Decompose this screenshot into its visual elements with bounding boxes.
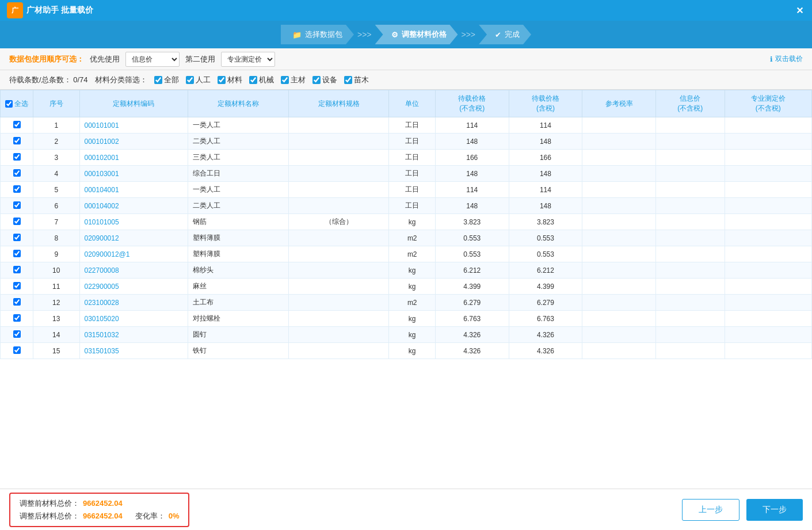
row-checkbox[interactable] bbox=[13, 282, 21, 289]
row-checkbox[interactable] bbox=[13, 121, 21, 128]
table-row[interactable]: 14 031501032 圆钉 kg 4.326 4.326 bbox=[1, 327, 812, 343]
row-price-notax: 4.399 bbox=[435, 279, 509, 295]
row-checkbox[interactable] bbox=[13, 169, 21, 177]
table-row[interactable]: 13 030105020 对拉螺栓 kg 6.763 6.763 bbox=[1, 311, 812, 327]
table-row[interactable]: 3 000102001 三类人工 工日 166 166 bbox=[1, 150, 812, 166]
wizard-step-adjust-price[interactable]: ⚙ 调整材料价格 bbox=[375, 25, 458, 44]
row-checkbox-cell[interactable] bbox=[1, 311, 33, 327]
logo-icon: 广 bbox=[7, 2, 23, 18]
row-unit: kg bbox=[389, 279, 436, 295]
after-label: 调整后材料总价： bbox=[20, 511, 79, 521]
row-checkbox-cell[interactable] bbox=[1, 295, 33, 311]
row-checkbox[interactable] bbox=[13, 218, 21, 225]
table-row[interactable]: 7 010101005 钢筋 （综合） kg 3.823 3.823 bbox=[1, 214, 812, 230]
row-checkbox-cell[interactable] bbox=[1, 134, 33, 150]
wizard-step-complete[interactable]: ✔ 完成 bbox=[479, 25, 531, 44]
row-checkbox[interactable] bbox=[13, 346, 21, 354]
row-tax-rate bbox=[582, 311, 656, 327]
filter-material-checkbox[interactable] bbox=[218, 76, 226, 84]
table-row[interactable]: 2 000101002 二类人工 工日 148 148 bbox=[1, 134, 812, 150]
row-checkbox-cell[interactable] bbox=[1, 117, 33, 134]
row-checkbox-cell[interactable] bbox=[1, 262, 33, 279]
change-label: 变化率： bbox=[135, 511, 165, 521]
row-pro-notax bbox=[725, 246, 811, 262]
filter-material[interactable]: 材料 bbox=[218, 75, 242, 85]
filter-machine-label: 机械 bbox=[259, 75, 274, 85]
row-checkbox[interactable] bbox=[13, 185, 21, 193]
filter-labor[interactable]: 人工 bbox=[186, 75, 211, 85]
prev-button[interactable]: 上一步 bbox=[682, 499, 739, 521]
header-price-tax: 待载价格(含税) bbox=[509, 90, 582, 117]
table-row[interactable]: 6 000104002 二类人工 工日 148 148 bbox=[1, 198, 812, 214]
row-pro-notax bbox=[725, 327, 811, 343]
header-code: 定额材料编码 bbox=[79, 90, 188, 117]
row-price-notax: 114 bbox=[435, 117, 509, 134]
row-checkbox[interactable] bbox=[13, 314, 21, 322]
count-display: 待载条数/总条数： 0/74 bbox=[9, 75, 88, 85]
next-button[interactable]: 下一步 bbox=[746, 499, 803, 521]
row-checkbox-cell[interactable] bbox=[1, 327, 33, 343]
info-icon: ℹ bbox=[770, 55, 773, 63]
row-seq: 2 bbox=[33, 134, 80, 150]
row-name: 二类人工 bbox=[188, 198, 288, 214]
row-checkbox-cell[interactable] bbox=[1, 150, 33, 166]
row-checkbox-cell[interactable] bbox=[1, 182, 33, 198]
select-all-checkbox[interactable] bbox=[5, 100, 13, 108]
header-name: 定额材料名称 bbox=[188, 90, 288, 117]
row-checkbox-cell[interactable] bbox=[1, 343, 33, 359]
table-row[interactable]: 15 031501035 铁钉 kg 4.326 4.326 bbox=[1, 343, 812, 359]
row-checkbox-cell[interactable] bbox=[1, 230, 33, 246]
row-checkbox[interactable] bbox=[13, 137, 21, 144]
table-row[interactable]: 4 000103001 综合工日 工日 148 148 bbox=[1, 166, 812, 182]
row-name: 圆钉 bbox=[188, 327, 288, 343]
table-row[interactable]: 5 000104001 一类人工 工日 114 114 bbox=[1, 182, 812, 198]
row-tax-rate bbox=[582, 214, 656, 230]
filter-all[interactable]: 全部 bbox=[154, 75, 179, 85]
row-unit: kg bbox=[389, 327, 436, 343]
row-spec bbox=[288, 150, 389, 166]
row-checkbox[interactable] bbox=[13, 266, 21, 273]
filter-all-checkbox[interactable] bbox=[154, 76, 162, 84]
row-info-notax bbox=[655, 262, 725, 279]
table-row[interactable]: 10 022700008 棉纱头 kg 6.212 6.212 bbox=[1, 262, 812, 279]
row-pro-notax bbox=[725, 214, 811, 230]
row-checkbox[interactable] bbox=[13, 234, 21, 241]
config-order-label: 数据包使用顺序可选： bbox=[9, 54, 84, 64]
filter-sapling[interactable]: 苗木 bbox=[344, 75, 369, 85]
table-row[interactable]: 8 020900012 塑料薄膜 m2 0.553 0.553 bbox=[1, 230, 812, 246]
header-select[interactable]: 全选 bbox=[1, 90, 33, 117]
table-row[interactable]: 12 023100028 土工布 m2 6.279 6.279 bbox=[1, 295, 812, 311]
secondary-select[interactable]: 专业测定价 信息价 市场价 bbox=[221, 52, 275, 67]
filter-main-checkbox[interactable] bbox=[281, 76, 289, 84]
filter-sapling-checkbox[interactable] bbox=[344, 76, 352, 84]
filter-equipment[interactable]: 设备 bbox=[312, 75, 337, 85]
row-name: 铁钉 bbox=[188, 343, 288, 359]
row-checkbox[interactable] bbox=[13, 250, 21, 257]
header-spec: 定额材料规格 bbox=[288, 90, 389, 117]
row-tax-rate bbox=[582, 262, 656, 279]
row-price-tax: 6.763 bbox=[509, 311, 582, 327]
row-checkbox-cell[interactable] bbox=[1, 214, 33, 230]
filter-equipment-checkbox[interactable] bbox=[312, 76, 321, 84]
row-checkbox-cell[interactable] bbox=[1, 198, 33, 214]
row-unit: 工日 bbox=[389, 117, 436, 134]
row-checkbox[interactable] bbox=[13, 201, 21, 209]
table-row[interactable]: 9 020900012@1 塑料薄膜 m2 0.553 0.553 bbox=[1, 246, 812, 262]
table-row[interactable]: 1 000101001 一类人工 工日 114 114 bbox=[1, 117, 812, 134]
filter-machine[interactable]: 机械 bbox=[249, 75, 274, 85]
row-checkbox[interactable] bbox=[13, 153, 21, 161]
table-row[interactable]: 11 022900005 麻丝 kg 4.399 4.399 bbox=[1, 279, 812, 295]
row-checkbox-cell[interactable] bbox=[1, 279, 33, 295]
row-checkbox[interactable] bbox=[13, 298, 21, 306]
filter-labor-checkbox[interactable] bbox=[186, 76, 194, 84]
row-checkbox[interactable] bbox=[13, 330, 21, 338]
filter-main-material[interactable]: 主材 bbox=[281, 75, 306, 85]
wizard-step-select-package[interactable]: 📁 选择数据包 bbox=[281, 25, 354, 44]
row-checkbox-cell[interactable] bbox=[1, 246, 33, 262]
filter-machine-checkbox[interactable] bbox=[249, 76, 257, 84]
row-checkbox-cell[interactable] bbox=[1, 166, 33, 182]
info-hint-button[interactable]: ℹ 双击载价 bbox=[770, 54, 803, 64]
priority-select[interactable]: 信息价 专业测定价 市场价 bbox=[125, 52, 180, 67]
close-button[interactable]: ✕ bbox=[794, 5, 805, 16]
wizard-step-label-2: 调整材料价格 bbox=[402, 29, 447, 40]
